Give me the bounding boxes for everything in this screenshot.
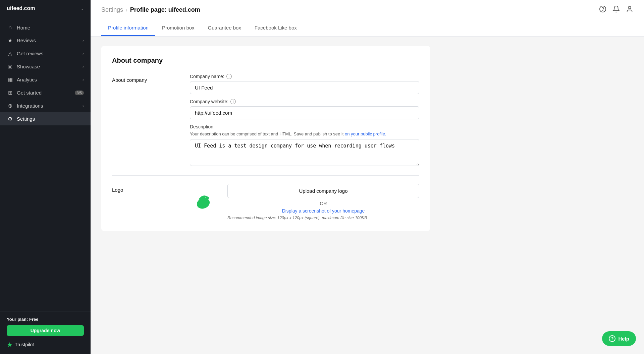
- plan-text: Your plan: Free: [7, 317, 84, 322]
- chevron-icon: ›: [83, 64, 84, 69]
- sidebar-item-label-home: Home: [17, 25, 30, 31]
- main-header: Settings › Profile page: uifeed.com: [91, 0, 644, 20]
- settings-icon: ⚙: [7, 116, 13, 122]
- sidebar-item-label-settings: Settings: [17, 116, 35, 122]
- description-label: Description:: [190, 124, 419, 129]
- about-company-label: About company: [112, 74, 179, 167]
- site-chevron-icon: ⌄: [80, 6, 84, 11]
- sidebar-item-showcase[interactable]: ◎ Showcase ›: [0, 60, 91, 73]
- sidebar-item-label-reviews: Reviews: [17, 38, 36, 43]
- chevron-icon: ›: [83, 38, 84, 43]
- logo-preview: [190, 189, 217, 216]
- svg-point-4: [206, 196, 209, 199]
- logo-label: Logo: [112, 184, 179, 193]
- description-hint: Your description can be comprised of tex…: [190, 131, 419, 136]
- upgrade-button[interactable]: Upgrade now: [7, 325, 84, 336]
- sidebar-footer: Your plan: Free Upgrade now ★ Trustpilot: [0, 311, 91, 354]
- card-title: About company: [112, 57, 419, 64]
- logo-section: Logo: [112, 184, 419, 220]
- sidebar-header[interactable]: uifeed.com ⌄: [0, 0, 91, 17]
- home-icon: ⌂: [7, 24, 13, 31]
- sidebar-item-home[interactable]: ⌂ Home: [0, 21, 91, 34]
- trustpilot-label: Trustpilot: [15, 342, 34, 347]
- sidebar: uifeed.com ⌄ ⌂ Home ★ Reviews › △ Get re…: [0, 0, 91, 354]
- sidebar-item-integrations[interactable]: ⊕ Integrations ›: [0, 99, 91, 112]
- site-name: uifeed.com: [7, 5, 35, 11]
- sidebar-item-analytics[interactable]: ▦ Analytics ›: [0, 73, 91, 86]
- plan-name: Free: [29, 317, 38, 322]
- chevron-icon: ›: [83, 77, 84, 82]
- get-started-icon: ⊞: [7, 90, 13, 96]
- tabs-bar: Profile information Promotion box Guaran…: [91, 20, 644, 37]
- sidebar-item-get-reviews[interactable]: △ Get reviews ›: [0, 47, 91, 60]
- tab-guarantee-box[interactable]: Guarantee box: [201, 20, 248, 36]
- about-company-card: About company About company Company name…: [101, 46, 430, 231]
- svg-point-1: [603, 10, 603, 11]
- sidebar-item-reviews[interactable]: ★ Reviews ›: [0, 34, 91, 47]
- about-company-row: About company Company name: i Company we…: [112, 74, 419, 167]
- about-company-fields: Company name: i Company website: i Descr…: [190, 74, 419, 167]
- analytics-icon: ▦: [7, 76, 13, 83]
- user-icon[interactable]: [626, 5, 633, 14]
- upload-company-logo-button[interactable]: Upload company logo: [227, 184, 419, 198]
- logo-upload-area: Upload company logo OR Display a screens…: [227, 184, 419, 220]
- header-icons: [599, 5, 633, 14]
- svg-point-2: [628, 6, 631, 9]
- get-started-badge: 3/5: [75, 91, 84, 95]
- help-button-label: Help: [618, 336, 629, 342]
- logo-preview-image: [192, 190, 215, 214]
- logo-field-col: Upload company logo OR Display a screens…: [190, 184, 419, 220]
- bell-icon[interactable]: [612, 5, 620, 14]
- breadcrumb-arrow-icon: ›: [126, 7, 127, 13]
- sidebar-item-get-started[interactable]: ⊞ Get started 3/5: [0, 86, 91, 99]
- company-website-input[interactable]: [190, 106, 419, 119]
- sidebar-item-label-showcase: Showcase: [17, 64, 40, 69]
- page-content: About company About company Company name…: [91, 37, 644, 240]
- sidebar-item-label-get-reviews: Get reviews: [17, 51, 43, 56]
- tab-profile-information[interactable]: Profile information: [101, 20, 155, 36]
- chevron-icon: ›: [83, 51, 84, 56]
- trustpilot-logo: ★ Trustpilot: [7, 341, 84, 349]
- breadcrumb-page-title: Profile page: uifeed.com: [130, 6, 200, 13]
- integrations-icon: ⊕: [7, 103, 13, 109]
- breadcrumb: Settings › Profile page: uifeed.com: [101, 6, 200, 13]
- main-content: Settings › Profile page: uifeed.com: [91, 0, 644, 354]
- company-name-info-icon[interactable]: i: [226, 74, 232, 79]
- company-website-info-icon[interactable]: i: [230, 99, 236, 104]
- help-circle-icon[interactable]: [599, 5, 606, 14]
- public-profile-link[interactable]: on your public profile.: [345, 131, 386, 136]
- get-reviews-icon: △: [7, 50, 13, 57]
- sidebar-nav: ⌂ Home ★ Reviews › △ Get reviews › ◎ Sho…: [0, 17, 91, 311]
- upload-hint-text: Recommended image size: 120px x 120px (s…: [227, 216, 419, 220]
- company-name-input[interactable]: [190, 81, 419, 94]
- trustpilot-star-icon: ★: [7, 341, 13, 349]
- help-question-icon: ?: [609, 335, 615, 342]
- tab-facebook-like-box[interactable]: Facebook Like box: [248, 20, 304, 36]
- section-divider: [112, 175, 419, 176]
- company-website-label: Company website: i: [190, 99, 419, 104]
- tab-promotion-box[interactable]: Promotion box: [155, 20, 201, 36]
- company-name-label: Company name: i: [190, 74, 419, 79]
- help-button[interactable]: ? Help: [602, 331, 636, 346]
- upload-or-text: OR: [227, 201, 419, 206]
- sidebar-item-settings[interactable]: ⚙ Settings: [0, 112, 91, 125]
- sidebar-item-label-get-started: Get started: [17, 90, 42, 96]
- breadcrumb-settings[interactable]: Settings: [101, 6, 123, 13]
- chevron-icon: ›: [83, 104, 84, 108]
- reviews-icon: ★: [7, 37, 13, 44]
- display-screenshot-link[interactable]: Display a screenshot of your homepage: [227, 208, 419, 214]
- sidebar-item-label-analytics: Analytics: [17, 77, 37, 82]
- showcase-icon: ◎: [7, 63, 13, 70]
- sidebar-item-label-integrations: Integrations: [17, 103, 43, 109]
- description-textarea[interactable]: UI Feed is a test design company for use…: [190, 139, 419, 166]
